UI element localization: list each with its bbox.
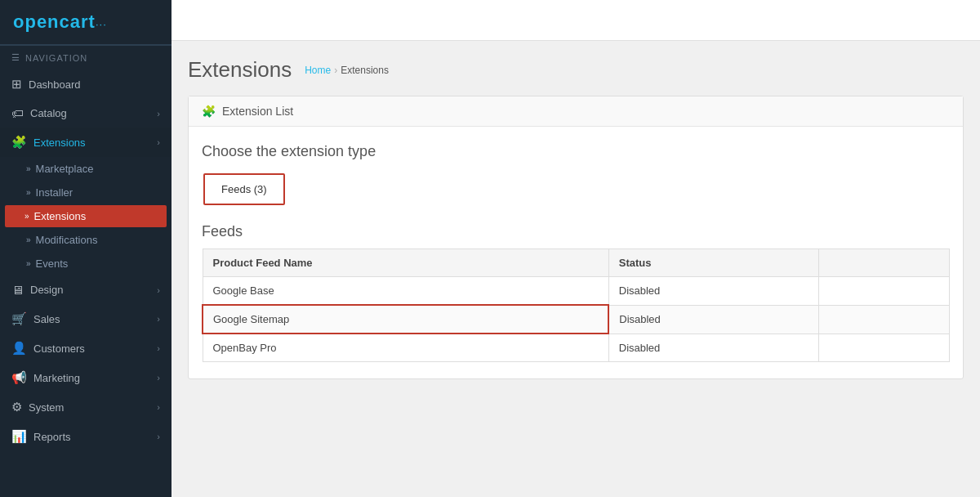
marketing-icon: 📢 — [11, 370, 27, 385]
feed-actions-cell — [819, 305, 950, 334]
system-icon: ⚙ — [11, 400, 22, 414]
chevron-right-icon: › — [157, 343, 160, 353]
sidebar-item-sales[interactable]: 🛒 Sales › — [0, 304, 172, 334]
chevron-right-icon: › — [157, 314, 160, 324]
sidebar-item-customers[interactable]: 👤 Customers › — [0, 334, 172, 363]
feeds-title: Feeds — [202, 223, 950, 240]
card-header: 🧩 Extension List — [189, 96, 963, 127]
table-header-row: Product Feed Name Status — [203, 249, 950, 277]
feed-name-cell: Google Base — [203, 277, 608, 306]
feeds-table: Product Feed Name Status Google Base Dis… — [202, 248, 950, 362]
sidebar: opencart··· ☰ NAVIGATION ⊞ Dashboard 🏷 C… — [0, 0, 172, 497]
table-row: Google Sitemap Disabled — [203, 305, 950, 334]
catalog-icon: 🏷 — [11, 106, 24, 120]
sidebar-item-installer[interactable]: » Installer — [0, 181, 172, 204]
extension-list-card: 🧩 Extension List Choose the extension ty… — [188, 96, 964, 379]
sidebar-item-events[interactable]: » Events — [0, 252, 172, 275]
sidebar-item-reports[interactable]: 📊 Reports › — [0, 422, 172, 451]
breadcrumb-home[interactable]: Home — [305, 65, 331, 76]
logo-text: opencart··· — [13, 11, 107, 32]
nav-header: ☰ NAVIGATION — [0, 45, 172, 69]
sidebar-item-system[interactable]: ⚙ System › — [0, 392, 172, 422]
feed-actions-cell — [819, 277, 950, 306]
ext-type-grid: Feeds (3) — [202, 172, 950, 207]
feed-status-cell: Disabled — [608, 305, 818, 334]
table-row: Google Base Disabled — [203, 277, 950, 306]
feed-actions-cell — [819, 334, 950, 362]
puzzle-icon: 🧩 — [202, 105, 216, 118]
sidebar-item-catalog[interactable]: 🏷 Catalog › — [0, 99, 172, 128]
hamburger-icon: ☰ — [11, 52, 20, 63]
arrow-icon: » — [26, 188, 31, 197]
reports-icon: 📊 — [11, 429, 27, 444]
chevron-down-icon: › — [157, 137, 160, 147]
feed-status-cell: Disabled — [608, 334, 818, 362]
extensions-icon: 🧩 — [11, 135, 27, 150]
sidebar-item-marketing[interactable]: 📢 Marketing › — [0, 363, 172, 392]
feed-name-cell: Google Sitemap — [203, 305, 608, 334]
main-content: Extensions Home › Extensions 🧩 Extension… — [172, 0, 980, 497]
chevron-right-icon: › — [157, 432, 160, 441]
col-actions — [819, 249, 950, 277]
arrow-icon: » — [26, 259, 31, 268]
breadcrumb-current: Extensions — [341, 65, 389, 76]
sidebar-item-dashboard[interactable]: ⊞ Dashboard — [0, 69, 172, 99]
sidebar-item-extensions-sub[interactable]: » Extensions — [5, 205, 167, 227]
choose-ext-title: Choose the extension type — [202, 143, 950, 160]
page-title: Extensions — [188, 57, 292, 83]
content-area: Extensions Home › Extensions 🧩 Extension… — [172, 41, 980, 497]
arrow-icon: » — [26, 164, 31, 173]
chevron-right-icon: › — [157, 109, 160, 119]
sidebar-item-design[interactable]: 🖥 Design › — [0, 275, 172, 304]
sales-icon: 🛒 — [11, 311, 27, 326]
customers-icon: 👤 — [11, 341, 27, 356]
page-header: Extensions Home › Extensions — [188, 57, 964, 83]
breadcrumb: Home › Extensions — [305, 65, 389, 76]
ext-type-feeds-button[interactable]: Feeds (3) — [203, 173, 285, 205]
chevron-right-icon: › — [157, 402, 160, 412]
sidebar-item-modifications[interactable]: » Modifications — [0, 228, 172, 252]
col-status: Status — [608, 249, 818, 277]
chevron-right-icon: › — [157, 285, 160, 295]
arrow-icon: » — [24, 212, 29, 221]
chevron-right-icon: › — [157, 373, 160, 383]
sidebar-item-marketplace[interactable]: » Marketplace — [0, 157, 172, 181]
dashboard-icon: ⊞ — [11, 77, 22, 92]
logo: opencart··· — [0, 0, 172, 45]
design-icon: 🖥 — [11, 283, 24, 297]
feed-name-cell: OpenBay Pro — [203, 334, 608, 362]
breadcrumb-separator: › — [334, 65, 337, 76]
arrow-icon: » — [26, 235, 31, 244]
topbar — [172, 0, 980, 41]
feed-status-cell: Disabled — [608, 277, 818, 306]
sidebar-item-extensions[interactable]: 🧩 Extensions › — [0, 128, 172, 157]
col-product-feed-name: Product Feed Name — [203, 249, 608, 277]
card-body: Choose the extension type Feeds (3) Feed… — [189, 127, 963, 378]
table-row: OpenBay Pro Disabled — [203, 334, 950, 362]
